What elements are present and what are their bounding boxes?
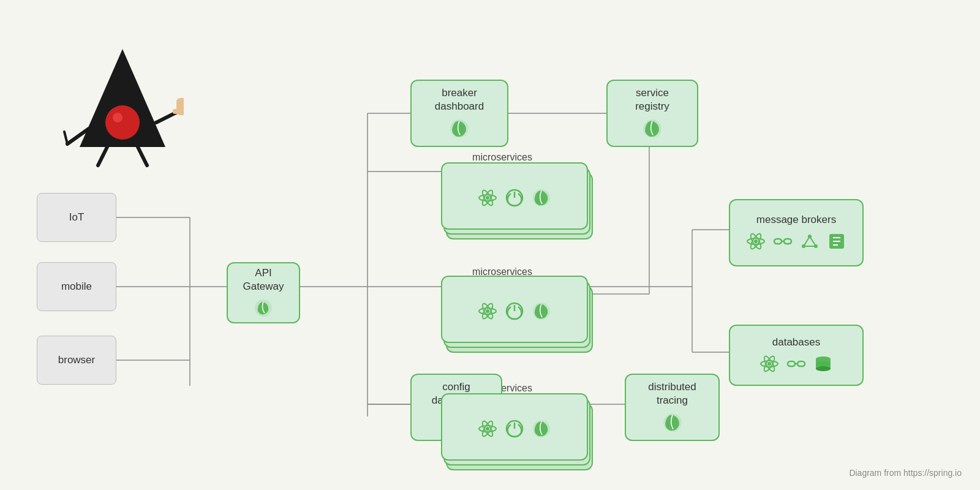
microservices-bot-stack: [441, 393, 588, 473]
ms-top-icons: [477, 187, 552, 209]
distributed-tracing-icons: [661, 411, 684, 434]
svg-line-67: [804, 236, 810, 246]
api-gateway-label: APIGateway: [243, 266, 284, 293]
svg-point-57: [754, 239, 758, 243]
databases-label: databases: [772, 336, 820, 349]
breaker-dashboard-label: breakerdashboard: [435, 86, 484, 113]
svg-line-68: [810, 236, 816, 246]
microservices-top-label: microservices: [441, 152, 564, 163]
svg-rect-61: [774, 239, 782, 244]
svg-rect-79: [797, 361, 805, 366]
mobile-label: mobile: [61, 281, 92, 293]
service-registry-box: serviceregistry: [606, 80, 698, 147]
svg-line-29: [98, 147, 107, 165]
breaker-dashboard-box: breakerdashboard: [410, 80, 508, 147]
browser-box: browser: [37, 336, 116, 385]
databases-box: databases: [729, 325, 864, 386]
service-registry-icons: [641, 117, 664, 140]
svg-point-83: [816, 366, 831, 371]
svg-point-74: [767, 362, 771, 366]
breaker-dashboard-icons: [448, 117, 471, 140]
svg-point-84: [816, 361, 831, 366]
mobile-box: mobile: [37, 262, 116, 311]
api-gateway-box: APIGateway: [227, 262, 300, 323]
ms-bot-icons: [477, 418, 552, 440]
browser-label: browser: [58, 354, 95, 366]
attribution: Diagram from https://spring.io: [849, 468, 962, 478]
svg-rect-78: [788, 361, 795, 366]
service-registry-label: serviceregistry: [635, 86, 669, 113]
svg-line-25: [64, 132, 67, 144]
message-brokers-box: message brokers: [729, 199, 864, 266]
distributed-tracing-box: distributedtracing: [625, 374, 720, 441]
api-gateway-icons: [252, 297, 274, 319]
iot-box: IoT: [37, 193, 116, 242]
iot-label: IoT: [69, 211, 85, 224]
databases-icons: [758, 353, 834, 375]
svg-rect-62: [784, 239, 791, 244]
svg-point-48: [486, 427, 489, 431]
svg-line-30: [138, 147, 147, 165]
svg-point-34: [486, 196, 489, 200]
distributed-tracing-label: distributedtracing: [648, 380, 696, 407]
mascot: [61, 37, 184, 159]
svg-rect-28: [173, 109, 180, 114]
svg-point-22: [105, 105, 140, 140]
microservices-mid-stack: [441, 276, 588, 355]
svg-point-23: [113, 113, 123, 123]
svg-point-41: [486, 309, 489, 313]
message-brokers-label: message brokers: [756, 213, 836, 227]
ms-mid-icons: [477, 300, 552, 322]
microservices-top-stack: [441, 162, 588, 242]
message-brokers-icons: [745, 230, 848, 252]
diagram-container: IoT mobile browser APIGateway breakerdas…: [0, 0, 980, 490]
